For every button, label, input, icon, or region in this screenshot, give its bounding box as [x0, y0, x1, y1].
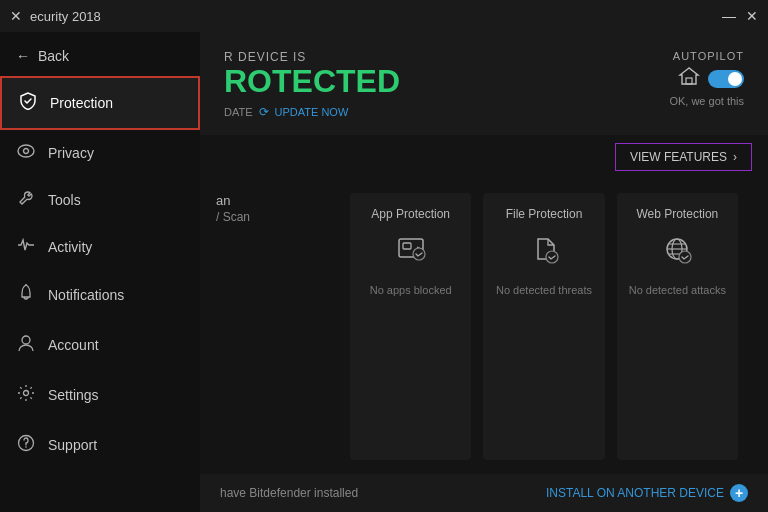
- toggle-knob: [728, 72, 742, 86]
- sidebar-item-settings[interactable]: Settings: [0, 370, 200, 420]
- sidebar-item-support[interactable]: Support: [0, 420, 200, 470]
- update-icon: ⟳: [259, 105, 269, 119]
- sidebar-item-notifications-label: Notifications: [48, 287, 124, 303]
- minimize-button[interactable]: —: [722, 8, 736, 24]
- sidebar-item-account-label: Account: [48, 337, 99, 353]
- app-protection-icon: [393, 231, 429, 274]
- titlebar-left: ✕ ecurity 2018: [10, 8, 101, 24]
- app-protection-title: App Protection: [371, 207, 450, 221]
- install-plus-icon: +: [730, 484, 748, 502]
- content-header: R DEVICE IS ROTECTED DATE ⟳ UPDATE NOW A…: [200, 32, 768, 135]
- activity-icon: [16, 238, 36, 256]
- back-button[interactable]: ← Back: [0, 40, 200, 72]
- svg-point-6: [25, 446, 27, 448]
- install-text: have Bitdefender installed: [220, 486, 358, 500]
- main-cards-area: an / Scan App Protection: [200, 179, 768, 474]
- account-icon: [16, 334, 36, 356]
- close-icon[interactable]: ✕: [10, 8, 22, 24]
- sidebar-item-tools-label: Tools: [48, 192, 81, 208]
- chevron-right-icon: ›: [733, 150, 737, 164]
- eye-icon: [16, 144, 36, 162]
- sidebar-item-settings-label: Settings: [48, 387, 99, 403]
- install-on-another-device-button[interactable]: INSTALL ON ANOTHER DEVICE +: [546, 484, 748, 502]
- install-btn-label: INSTALL ON ANOTHER DEVICE: [546, 486, 724, 500]
- svg-point-1: [24, 149, 29, 154]
- app-protection-card: App Protection No apps blocked: [350, 193, 471, 460]
- sidebar-item-tools[interactable]: Tools: [0, 176, 200, 224]
- shield-icon: [18, 92, 38, 114]
- install-banner: have Bitdefender installed INSTALL ON AN…: [200, 474, 768, 512]
- view-features-bar: VIEW FEATURES ›: [200, 135, 768, 179]
- wrench-icon: [16, 190, 36, 210]
- file-protection-icon: [526, 231, 562, 274]
- web-protection-status: No detected attacks: [629, 284, 726, 296]
- device-label: R DEVICE IS: [224, 50, 400, 64]
- bell-icon: [16, 284, 36, 306]
- support-icon: [16, 434, 36, 456]
- device-status: R DEVICE IS ROTECTED DATE ⟳ UPDATE NOW: [224, 50, 400, 119]
- sidebar-item-privacy[interactable]: Privacy: [0, 130, 200, 176]
- content-area: R DEVICE IS ROTECTED DATE ⟳ UPDATE NOW A…: [200, 32, 768, 512]
- update-now-button[interactable]: UPDATE NOW: [275, 106, 349, 118]
- sidebar-item-protection-label: Protection: [50, 95, 113, 111]
- autopilot-label: AUTOPILOT: [673, 50, 744, 62]
- close-button[interactable]: ✕: [746, 8, 758, 24]
- gear-icon: [16, 384, 36, 406]
- sidebar-item-notifications[interactable]: Notifications: [0, 270, 200, 320]
- sidebar-item-support-label: Support: [48, 437, 97, 453]
- protection-cards: App Protection No apps blocked: [328, 185, 760, 468]
- web-protection-card: Web Protection No detected attacks: [617, 193, 738, 460]
- sidebar: ← Back Protection Privacy: [0, 32, 200, 512]
- scan-section: an / Scan: [208, 185, 328, 468]
- autopilot-toggle[interactable]: [708, 70, 744, 88]
- sidebar-item-activity[interactable]: Activity: [0, 224, 200, 270]
- sidebar-item-protection[interactable]: Protection: [0, 76, 200, 130]
- house-icon: [678, 66, 700, 91]
- back-label: Back: [38, 48, 69, 64]
- device-protected-label: ROTECTED: [224, 64, 400, 99]
- svg-point-3: [22, 336, 30, 344]
- web-protection-title: Web Protection: [636, 207, 718, 221]
- svg-point-10: [413, 248, 425, 260]
- update-text: DATE: [224, 106, 253, 118]
- main-layout: ← Back Protection Privacy: [0, 32, 768, 512]
- svg-rect-7: [686, 78, 692, 84]
- app-protection-status: No apps blocked: [370, 284, 452, 296]
- titlebar-title: ecurity 2018: [30, 9, 101, 24]
- svg-rect-9: [403, 243, 411, 249]
- view-features-button[interactable]: VIEW FEATURES ›: [615, 143, 752, 171]
- autopilot-ok-text: OK, we got this: [669, 95, 744, 107]
- file-protection-title: File Protection: [506, 207, 583, 221]
- svg-point-17: [679, 251, 691, 263]
- autopilot-toggle-row: [678, 66, 744, 91]
- update-row: DATE ⟳ UPDATE NOW: [224, 105, 400, 119]
- svg-point-11: [546, 251, 558, 263]
- titlebar: ✕ ecurity 2018 — ✕: [0, 0, 768, 32]
- sidebar-item-privacy-label: Privacy: [48, 145, 94, 161]
- view-features-label: VIEW FEATURES: [630, 150, 727, 164]
- quick-scan-label: / Scan: [216, 210, 320, 224]
- file-protection-status: No detected threats: [496, 284, 592, 296]
- file-protection-card: File Protection No detected threats: [483, 193, 604, 460]
- back-arrow-icon: ←: [16, 48, 30, 64]
- sidebar-item-account[interactable]: Account: [0, 320, 200, 370]
- scan-label: an: [216, 193, 320, 208]
- web-protection-icon: [659, 231, 695, 274]
- sidebar-item-activity-label: Activity: [48, 239, 92, 255]
- autopilot-section: AUTOPILOT OK, we got this: [669, 50, 744, 107]
- titlebar-controls: — ✕: [722, 8, 758, 24]
- svg-point-4: [24, 391, 29, 396]
- svg-point-0: [18, 145, 34, 157]
